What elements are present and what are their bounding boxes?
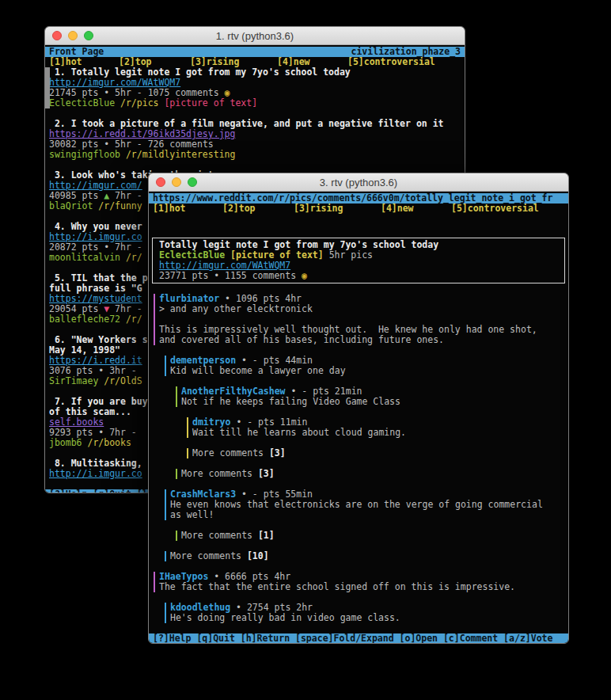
status-bar: [?]Help [q]Quit [h]Return [space]Fold/Ex… <box>149 633 568 644</box>
more-comments-label[interactable]: More comments <box>181 530 258 541</box>
post-link[interactable]: https://mystudent <box>49 293 142 304</box>
window-comments[interactable]: 3. rtv (python3.6) https://www.reddit.co… <box>148 173 569 644</box>
post-author[interactable]: blaQriot <box>49 200 93 211</box>
comment[interactable]: CrashMclars3 • - pts 55min He even knows… <box>165 489 568 520</box>
more-comments[interactable]: More comments [3] <box>176 469 568 479</box>
post-meta: 5hr - 1075 comments <box>109 87 224 98</box>
post-link[interactable]: https://i.redd.it <box>49 355 142 366</box>
post-link[interactable]: http://i.imgur.co <box>49 231 142 242</box>
post-subreddit[interactable]: /r/ <box>120 252 142 263</box>
post-flair: [picture of text] <box>164 97 257 108</box>
post-points: 21745 pts <box>49 87 104 98</box>
traffic-lights <box>52 31 93 40</box>
comment-author[interactable]: kdoodlethug <box>170 602 230 613</box>
post-points: 9293 pts <box>49 427 98 438</box>
post-points: 30082 pts <box>49 139 104 150</box>
comment-body: and covered all of his bases, including … <box>159 335 537 345</box>
titlebar-back[interactable]: 1. rtv (python3.6) <box>45 27 465 45</box>
post-subreddit[interactable]: /r/pics <box>115 97 164 108</box>
post-author[interactable]: EclecticBlue <box>49 97 115 108</box>
post-meta: 7hr - <box>104 427 142 438</box>
tab-hot[interactable]: [1]hot <box>153 204 186 214</box>
submission-flair: [picture of text] <box>225 249 324 261</box>
comment-quote: > and any other elecktronick <box>159 304 537 314</box>
post-subreddit[interactable]: /r/mildlyinteresting <box>120 149 235 160</box>
post-meta: 3hr - <box>104 365 142 376</box>
close-button[interactable] <box>156 177 165 187</box>
post-subreddit[interactable]: /r/books <box>82 437 131 448</box>
more-comments[interactable]: More comments [10] <box>165 551 568 561</box>
more-comments-count: [3] <box>258 468 275 479</box>
post-points: 40985 pts <box>49 190 104 201</box>
desktop: 1. rtv (python3.6) Front Page civilizati… <box>0 0 611 700</box>
post-meta: 7hr - <box>109 303 147 314</box>
post-author[interactable]: jbomb6 <box>49 437 82 448</box>
comment-body: Wait till he learns about cloud gaming. <box>192 428 406 438</box>
post-link[interactable]: http://i.imgur.co <box>49 468 142 479</box>
post-author[interactable]: moonlitcalvin <box>49 252 120 263</box>
comment-body: Not if he keeps failing Video Game Class <box>181 397 400 407</box>
comment[interactable]: dementperson • - pts 44min Kid will beco… <box>165 356 568 376</box>
post-1[interactable]: 1. Totally legit note I got from my 7yo'… <box>45 67 465 108</box>
post-meta: 7hr - <box>109 190 147 201</box>
comment-author[interactable]: CrashMclars3 <box>170 489 236 500</box>
post-link[interactable]: http://imgur.com/ <box>49 180 142 191</box>
comment-meta: • 2754 pts 2hr <box>230 602 313 613</box>
comment-body: The fact that the entire school signed o… <box>159 582 515 592</box>
post-author[interactable]: ballefleche72 <box>49 314 120 325</box>
comment[interactable]: flurbinator • 1096 pts 4hr > and any oth… <box>154 294 568 345</box>
more-comments[interactable]: More comments [3] <box>187 448 568 458</box>
comment[interactable]: AnotherFilthyCashew • - pts 21min Not if… <box>176 386 568 407</box>
comment[interactable]: dmitryo • - pts 11min Wait till he learn… <box>187 417 568 438</box>
comment-meta: • 1096 pts 4hr <box>219 293 302 304</box>
comment-author[interactable]: IHaeTypos <box>159 571 208 582</box>
post-subreddit[interactable]: /r/funny <box>93 200 142 211</box>
post-link[interactable]: https://i.redd.it/96ikd35djesy.jpg <box>49 128 235 139</box>
comment-body: Kid will become a lawyer one day <box>170 366 346 376</box>
titlebar-front[interactable]: 3. rtv (python3.6) <box>149 173 568 192</box>
minimize-button[interactable] <box>68 31 78 40</box>
post-subreddit[interactable]: /r/ <box>120 314 142 325</box>
tab-controversial[interactable]: [5]controversial <box>451 204 539 214</box>
post-author[interactable]: swingingfloob <box>49 149 120 160</box>
post-2[interactable]: 2. I took a picture of a film negative, … <box>45 119 465 160</box>
comment[interactable]: kdoodlethug • 2754 pts 2hr He's doing re… <box>165 603 568 623</box>
post-subreddit[interactable]: /r/OldS <box>98 375 142 386</box>
terminal-front: https://www.reddit.com/r/pics/comments/6… <box>149 192 568 644</box>
post-meta: 5hr - 726 comments <box>109 139 214 150</box>
comment-author[interactable]: dementperson <box>170 355 236 366</box>
tab-top[interactable]: [2]top <box>222 204 256 214</box>
more-comments-label[interactable]: More comments <box>170 550 247 561</box>
more-comments-label[interactable]: More comments <box>181 468 258 479</box>
comment-meta: • - pts 55min <box>236 489 313 500</box>
post-meta: 7hr - <box>109 242 147 253</box>
tab-rising[interactable]: [3]rising <box>294 204 343 214</box>
post-author[interactable]: SirTimaey <box>49 375 98 386</box>
comment-body: as well! <box>170 510 543 520</box>
comment-author[interactable]: AnotherFilthyCashew <box>181 386 286 397</box>
close-button[interactable] <box>52 31 62 40</box>
comment-body: He even knows that electronicks are on t… <box>170 500 543 510</box>
selection-cursor <box>45 67 50 108</box>
post-link[interactable]: self.books <box>49 417 104 428</box>
comment-author[interactable]: flurbinator <box>159 293 219 304</box>
comment-author[interactable]: dmitryo <box>192 417 230 428</box>
window-title: 1. rtv (python3.6) <box>216 30 294 42</box>
comment[interactable]: IHaeTypos • 6666 pts 4hr The fact that t… <box>154 572 568 592</box>
minimize-button[interactable] <box>172 177 181 187</box>
tab-new[interactable]: [4]new <box>381 204 414 214</box>
spacer <box>149 227 568 238</box>
tab-controversial[interactable]: [5]controversial <box>347 57 435 67</box>
more-comments[interactable]: More comments [1] <box>176 531 568 541</box>
comment-meta: • - pts 11min <box>230 417 307 428</box>
zoom-button[interactable] <box>84 31 93 40</box>
zoom-button[interactable] <box>188 177 197 187</box>
more-comments-count: [10] <box>247 550 269 561</box>
submission-box[interactable]: Totally legit note I got from my 7yo's s… <box>152 238 565 283</box>
submission-meta: 5hr pics <box>324 249 373 261</box>
post-points: 29054 pts <box>49 303 104 314</box>
comment-body: He's doing really bad in video game clas… <box>170 613 400 623</box>
comment-meta: • - pts 44min <box>236 355 313 366</box>
post-link[interactable]: http://imgur.com/WAtWQM7 <box>49 77 180 88</box>
more-comments-label[interactable]: More comments <box>192 447 269 458</box>
